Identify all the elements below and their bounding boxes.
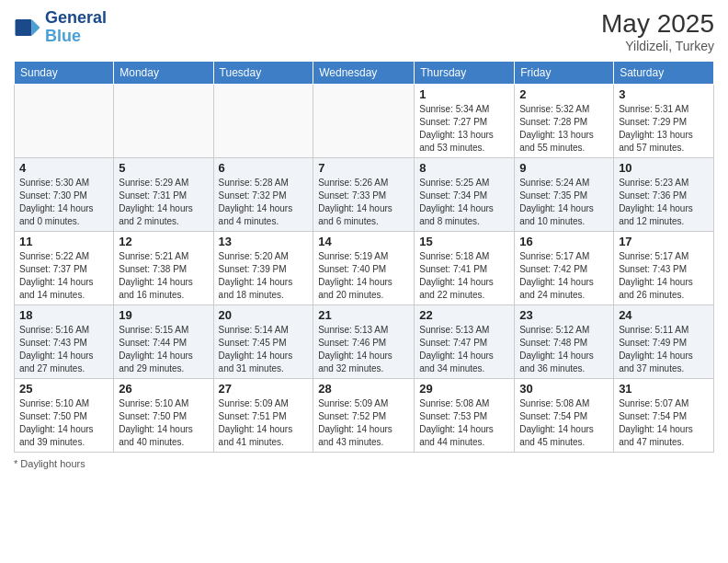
day-number: 14 — [318, 235, 409, 248]
calendar-cell: 5Sunrise: 5:29 AM Sunset: 7:31 PM Daylig… — [114, 158, 213, 232]
calendar-cell — [213, 85, 313, 158]
day-number: 2 — [519, 87, 609, 101]
svg-rect-0 — [16, 19, 32, 36]
day-number: 28 — [318, 382, 409, 396]
col-friday: Friday — [515, 62, 614, 85]
calendar-cell: 16Sunrise: 5:17 AM Sunset: 7:42 PM Dayli… — [515, 232, 614, 305]
day-info: Sunrise: 5:20 AM Sunset: 7:39 PM Dayligh… — [219, 250, 309, 302]
day-info: Sunrise: 5:13 AM Sunset: 7:46 PM Dayligh… — [318, 324, 409, 375]
day-info: Sunrise: 5:08 AM Sunset: 7:53 PM Dayligh… — [419, 397, 509, 449]
day-number: 3 — [619, 87, 709, 101]
calendar-cell: 3Sunrise: 5:31 AM Sunset: 7:29 PM Daylig… — [614, 85, 714, 158]
day-info: Sunrise: 5:32 AM Sunset: 7:28 PM Dayligh… — [519, 103, 609, 155]
day-number: 6 — [219, 161, 309, 175]
day-number: 29 — [419, 382, 509, 396]
day-info: Sunrise: 5:16 AM Sunset: 7:43 PM Dayligh… — [19, 324, 108, 375]
calendar-cell: 25Sunrise: 5:10 AM Sunset: 7:50 PM Dayli… — [15, 379, 114, 453]
calendar-cell: 14Sunrise: 5:19 AM Sunset: 7:40 PM Dayli… — [313, 232, 415, 305]
day-number: 15 — [419, 235, 509, 248]
day-info: Sunrise: 5:31 AM Sunset: 7:29 PM Dayligh… — [619, 103, 709, 155]
day-number: 25 — [19, 382, 108, 396]
header-row: Sunday Monday Tuesday Wednesday Thursday… — [15, 62, 714, 85]
page: GeneralBlue May 2025 Yildizeli, Turkey S… — [0, 0, 728, 563]
calendar-cell: 7Sunrise: 5:26 AM Sunset: 7:33 PM Daylig… — [313, 158, 415, 232]
col-monday: Monday — [114, 62, 213, 85]
week-row-1: 1Sunrise: 5:34 AM Sunset: 7:27 PM Daylig… — [15, 85, 714, 158]
logo-icon — [14, 14, 41, 41]
calendar-cell: 2Sunrise: 5:32 AM Sunset: 7:28 PM Daylig… — [515, 85, 614, 158]
week-row-2: 4Sunrise: 5:30 AM Sunset: 7:30 PM Daylig… — [15, 158, 714, 232]
calendar-cell: 17Sunrise: 5:17 AM Sunset: 7:43 PM Dayli… — [614, 232, 714, 305]
day-info: Sunrise: 5:23 AM Sunset: 7:36 PM Dayligh… — [619, 177, 709, 228]
day-number: 24 — [619, 308, 709, 322]
calendar: Sunday Monday Tuesday Wednesday Thursday… — [14, 61, 714, 453]
day-info: Sunrise: 5:10 AM Sunset: 7:50 PM Dayligh… — [119, 397, 208, 449]
svg-marker-1 — [32, 19, 40, 36]
day-info: Sunrise: 5:34 AM Sunset: 7:27 PM Dayligh… — [419, 103, 509, 155]
calendar-cell: 24Sunrise: 5:11 AM Sunset: 7:49 PM Dayli… — [614, 305, 714, 379]
daylight-label: Daylight hours — [20, 458, 85, 469]
col-thursday: Thursday — [415, 62, 515, 85]
location: Yildizeli, Turkey — [601, 39, 714, 53]
calendar-cell: 12Sunrise: 5:21 AM Sunset: 7:38 PM Dayli… — [114, 232, 213, 305]
day-info: Sunrise: 5:07 AM Sunset: 7:54 PM Dayligh… — [619, 397, 709, 449]
calendar-cell — [15, 85, 114, 158]
month-title: May 2025 — [601, 9, 714, 39]
logo: GeneralBlue — [14, 9, 107, 46]
week-row-3: 11Sunrise: 5:22 AM Sunset: 7:37 PM Dayli… — [15, 232, 714, 305]
calendar-cell — [114, 85, 213, 158]
day-number: 16 — [519, 235, 609, 248]
day-info: Sunrise: 5:22 AM Sunset: 7:37 PM Dayligh… — [19, 250, 108, 302]
day-info: Sunrise: 5:08 AM Sunset: 7:54 PM Dayligh… — [519, 397, 609, 449]
calendar-cell: 21Sunrise: 5:13 AM Sunset: 7:46 PM Dayli… — [313, 305, 415, 379]
day-info: Sunrise: 5:11 AM Sunset: 7:49 PM Dayligh… — [619, 324, 709, 375]
day-number: 26 — [119, 382, 208, 396]
calendar-cell: 28Sunrise: 5:09 AM Sunset: 7:52 PM Dayli… — [313, 379, 415, 453]
day-info: Sunrise: 5:19 AM Sunset: 7:40 PM Dayligh… — [318, 250, 409, 302]
day-info: Sunrise: 5:26 AM Sunset: 7:33 PM Dayligh… — [318, 177, 409, 228]
day-info: Sunrise: 5:21 AM Sunset: 7:38 PM Dayligh… — [119, 250, 208, 302]
calendar-cell: 19Sunrise: 5:15 AM Sunset: 7:44 PM Dayli… — [114, 305, 213, 379]
day-info: Sunrise: 5:17 AM Sunset: 7:43 PM Dayligh… — [619, 250, 709, 302]
calendar-cell: 6Sunrise: 5:28 AM Sunset: 7:32 PM Daylig… — [213, 158, 313, 232]
day-number: 13 — [219, 235, 309, 248]
calendar-cell — [313, 85, 415, 158]
day-info: Sunrise: 5:18 AM Sunset: 7:41 PM Dayligh… — [419, 250, 509, 302]
day-info: Sunrise: 5:10 AM Sunset: 7:50 PM Dayligh… — [19, 397, 108, 449]
day-number: 18 — [19, 308, 108, 322]
day-info: Sunrise: 5:29 AM Sunset: 7:31 PM Dayligh… — [119, 177, 208, 228]
calendar-cell: 27Sunrise: 5:09 AM Sunset: 7:51 PM Dayli… — [213, 379, 313, 453]
calendar-cell: 13Sunrise: 5:20 AM Sunset: 7:39 PM Dayli… — [213, 232, 313, 305]
day-number: 27 — [219, 382, 309, 396]
day-number: 9 — [519, 161, 609, 175]
day-number: 4 — [19, 161, 108, 175]
week-row-5: 25Sunrise: 5:10 AM Sunset: 7:50 PM Dayli… — [15, 379, 714, 453]
calendar-cell: 26Sunrise: 5:10 AM Sunset: 7:50 PM Dayli… — [114, 379, 213, 453]
calendar-cell: 1Sunrise: 5:34 AM Sunset: 7:27 PM Daylig… — [415, 85, 515, 158]
calendar-cell: 23Sunrise: 5:12 AM Sunset: 7:48 PM Dayli… — [515, 305, 614, 379]
day-info: Sunrise: 5:09 AM Sunset: 7:51 PM Dayligh… — [219, 397, 309, 449]
calendar-cell: 15Sunrise: 5:18 AM Sunset: 7:41 PM Dayli… — [415, 232, 515, 305]
calendar-cell: 18Sunrise: 5:16 AM Sunset: 7:43 PM Dayli… — [15, 305, 114, 379]
day-number: 17 — [619, 235, 709, 248]
calendar-cell: 20Sunrise: 5:14 AM Sunset: 7:45 PM Dayli… — [213, 305, 313, 379]
day-number: 1 — [419, 87, 509, 101]
day-number: 21 — [318, 308, 409, 322]
day-number: 10 — [619, 161, 709, 175]
calendar-cell: 30Sunrise: 5:08 AM Sunset: 7:54 PM Dayli… — [515, 379, 614, 453]
day-info: Sunrise: 5:25 AM Sunset: 7:34 PM Dayligh… — [419, 177, 509, 228]
day-info: Sunrise: 5:12 AM Sunset: 7:48 PM Dayligh… — [519, 324, 609, 375]
calendar-cell: 31Sunrise: 5:07 AM Sunset: 7:54 PM Dayli… — [614, 379, 714, 453]
day-number: 7 — [318, 161, 409, 175]
calendar-cell: 4Sunrise: 5:30 AM Sunset: 7:30 PM Daylig… — [15, 158, 114, 232]
day-info: Sunrise: 5:13 AM Sunset: 7:47 PM Dayligh… — [419, 324, 509, 375]
col-tuesday: Tuesday — [213, 62, 313, 85]
day-number: 5 — [119, 161, 208, 175]
week-row-4: 18Sunrise: 5:16 AM Sunset: 7:43 PM Dayli… — [15, 305, 714, 379]
header: GeneralBlue May 2025 Yildizeli, Turkey — [14, 9, 714, 53]
day-info: Sunrise: 5:14 AM Sunset: 7:45 PM Dayligh… — [219, 324, 309, 375]
day-info: Sunrise: 5:17 AM Sunset: 7:42 PM Dayligh… — [519, 250, 609, 302]
footer: * Daylight hours — [14, 458, 714, 469]
calendar-cell: 22Sunrise: 5:13 AM Sunset: 7:47 PM Dayli… — [415, 305, 515, 379]
day-info: Sunrise: 5:30 AM Sunset: 7:30 PM Dayligh… — [19, 177, 108, 228]
